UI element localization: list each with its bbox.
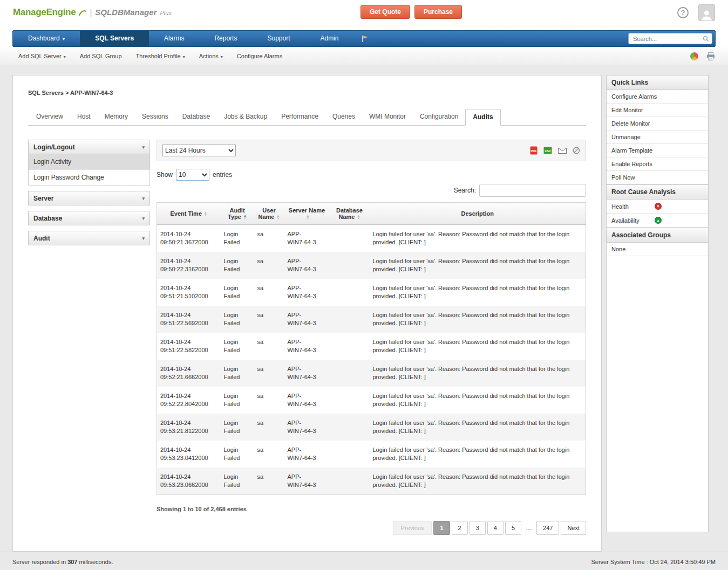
toolbar-item-add-sql-server[interactable]: Add SQL Server▾ bbox=[13, 53, 73, 59]
column-header-description: Description bbox=[370, 203, 586, 225]
associated-groups-header: Associated Groups bbox=[607, 228, 708, 243]
cell-database-name bbox=[330, 279, 370, 306]
cell-description: Login failed for user 'sa'. Reason: Pass… bbox=[370, 414, 586, 441]
toolbar-items: Add SQL Server▾Add SQL GroupThreshold Pr… bbox=[13, 53, 289, 59]
tab-wmi-monitor[interactable]: WMI Monitor bbox=[362, 109, 413, 125]
nav-item-alarms[interactable]: Alarms bbox=[149, 31, 199, 46]
pagination-1[interactable]: 1 bbox=[433, 521, 450, 535]
printer-icon[interactable] bbox=[706, 52, 715, 60]
cell-server-name: APP-WIN7-64-3 bbox=[284, 387, 330, 414]
health-pie-icon[interactable] bbox=[690, 52, 698, 60]
cell-database-name bbox=[330, 333, 370, 360]
get-quote-button[interactable]: Get Quote bbox=[360, 5, 410, 19]
nav-item-admin[interactable]: Admin bbox=[305, 31, 353, 46]
accordion-header-audit[interactable]: Audit▾ bbox=[28, 231, 150, 245]
cell-user-name: sa bbox=[254, 279, 284, 306]
nav-item-support[interactable]: Support bbox=[252, 31, 305, 46]
tab-overview[interactable]: Overview bbox=[29, 109, 70, 125]
nav-item-reports[interactable]: Reports bbox=[199, 31, 252, 46]
sort-icons: ▲▼ bbox=[204, 211, 207, 217]
toolbar-item-add-sql-group[interactable]: Add SQL Group bbox=[73, 53, 129, 59]
tab-audits[interactable]: Audits bbox=[465, 109, 500, 126]
brand-name: ManageEngine bbox=[13, 7, 76, 18]
export-pdf-icon[interactable]: PDF bbox=[530, 146, 538, 155]
page-size-select[interactable]: 10 bbox=[176, 169, 209, 181]
purchase-button[interactable]: Purchase bbox=[414, 5, 462, 19]
global-search-input[interactable] bbox=[628, 33, 712, 44]
pagination-3[interactable]: 3 bbox=[470, 521, 486, 535]
accordion-header-database[interactable]: Database▾ bbox=[28, 211, 150, 225]
sort-icons: ▲▼ bbox=[243, 215, 247, 220]
show-entries-row: Show 10 entries bbox=[157, 169, 586, 181]
nav-item-sql-servers[interactable]: SQL Servers bbox=[80, 31, 149, 46]
quick-link-enable-reports[interactable]: Enable Reports bbox=[607, 157, 708, 171]
sidebar-item-login-activity[interactable]: Login Activity bbox=[29, 154, 149, 170]
pagination-5[interactable]: 5 bbox=[505, 521, 521, 535]
main-navigation: Dashboard▾SQL ServersAlarmsReportsSuppor… bbox=[12, 30, 716, 47]
flag-icon[interactable] bbox=[362, 35, 369, 43]
column-header-user-name[interactable]: User Name▲▼ bbox=[254, 203, 284, 225]
sort-icons: ▲▼ bbox=[277, 215, 280, 220]
table-summary: Showing 1 to 10 of 2,468 entries bbox=[157, 506, 586, 512]
quick-link-alarm-template[interactable]: Alarm Template bbox=[607, 144, 708, 157]
cell-description: Login failed for user 'sa'. Reason: Pass… bbox=[370, 252, 586, 279]
tab-jobs-backup[interactable]: Jobs & Backup bbox=[217, 109, 274, 125]
email-icon[interactable] bbox=[558, 148, 567, 154]
help-icon[interactable]: ? bbox=[677, 7, 689, 18]
cell-description: Login failed for user 'sa'. Reason: Pass… bbox=[370, 279, 586, 306]
column-header-audit-type[interactable]: Audit Type▲▼ bbox=[221, 203, 254, 225]
time-range-select[interactable]: Last 24 Hours bbox=[162, 145, 236, 156]
chevron-down-icon: ▾ bbox=[142, 216, 145, 221]
cell-server-name: APP-WIN7-64-3 bbox=[284, 414, 330, 441]
table-search-input[interactable] bbox=[479, 184, 586, 197]
toolbar-item-actions[interactable]: Actions▾ bbox=[192, 53, 230, 59]
rca-health[interactable]: Health▼ bbox=[607, 200, 708, 214]
tab-database[interactable]: Database bbox=[175, 109, 217, 125]
rca-availability[interactable]: Availability▲ bbox=[607, 214, 708, 228]
accordion-header-login-logout[interactable]: Login/Logout▾ bbox=[28, 140, 150, 154]
toolbar-item-configure-alarms[interactable]: Configure Alarms bbox=[230, 53, 289, 59]
sidebar-item-login-password-change[interactable]: Login Password Change bbox=[29, 170, 149, 185]
tab-configuration[interactable]: Configuration bbox=[413, 109, 465, 125]
pagination-2[interactable]: 2 bbox=[452, 521, 468, 535]
quick-link-edit-monitor[interactable]: Edit Monitor bbox=[607, 104, 708, 117]
tab-queries[interactable]: Queries bbox=[325, 109, 362, 125]
column-header-event-time[interactable]: Event Time▲▼ bbox=[157, 203, 221, 225]
cell-description: Login failed for user 'sa'. Reason: Pass… bbox=[370, 387, 586, 414]
header-actions: Get Quote Purchase bbox=[360, 5, 462, 19]
chevron-down-icon: ▾ bbox=[142, 196, 145, 201]
pagination-next[interactable]: Next bbox=[561, 521, 586, 535]
export-csv-icon[interactable]: CSV bbox=[543, 147, 552, 154]
sort-icons: ▲▼ bbox=[307, 215, 310, 220]
content-area: SQL Servers > APP-WIN7-64-3 OverviewHost… bbox=[0, 65, 728, 552]
quick-link-configure-alarms[interactable]: Configure Alarms bbox=[607, 90, 708, 104]
cell-server-name: APP-WIN7-64-3 bbox=[284, 225, 330, 252]
table-search-label: Search: bbox=[454, 187, 476, 194]
cell-database-name bbox=[330, 468, 370, 495]
table-body: 2014-10-2409:50:21.3672000 LoginFailed s… bbox=[157, 225, 586, 495]
tab-sessions[interactable]: Sessions bbox=[135, 109, 175, 125]
svg-text:CSV: CSV bbox=[545, 149, 551, 153]
quick-links-header: Quick Links bbox=[607, 75, 708, 90]
column-header-server-name[interactable]: Server Name▲▼ bbox=[284, 203, 330, 225]
accordion-section-database: Database▾ bbox=[28, 211, 150, 225]
cell-event-time: 2014-10-2409:53:23.0412000 bbox=[157, 441, 221, 468]
column-header-database-name[interactable]: Database Name▲▼ bbox=[330, 203, 370, 225]
search-icon[interactable] bbox=[703, 36, 709, 44]
table-search-row: Search: bbox=[157, 184, 586, 197]
quick-link-delete-monitor[interactable]: Delete Monitor bbox=[607, 117, 708, 131]
disable-schedule-icon[interactable] bbox=[573, 147, 580, 154]
quick-link-unmanage[interactable]: Unmanage bbox=[607, 131, 708, 144]
associated-groups-list: None bbox=[607, 243, 708, 256]
tab-performance[interactable]: Performance bbox=[274, 109, 325, 125]
pagination-4[interactable]: 4 bbox=[487, 521, 504, 535]
pagination-247[interactable]: 247 bbox=[536, 521, 559, 535]
accordion-header-server[interactable]: Server▾ bbox=[28, 191, 150, 205]
quick-link-poll-now[interactable]: Poll Now bbox=[607, 171, 708, 184]
nav-item-dashboard[interactable]: Dashboard▾ bbox=[13, 31, 80, 46]
chevron-down-icon: ▾ bbox=[142, 236, 145, 241]
user-avatar[interactable] bbox=[698, 4, 715, 21]
toolbar-item-threshold-profile[interactable]: Threshold Profile▾ bbox=[129, 53, 192, 59]
tab-host[interactable]: Host bbox=[70, 109, 98, 125]
tab-memory[interactable]: Memory bbox=[98, 109, 135, 125]
